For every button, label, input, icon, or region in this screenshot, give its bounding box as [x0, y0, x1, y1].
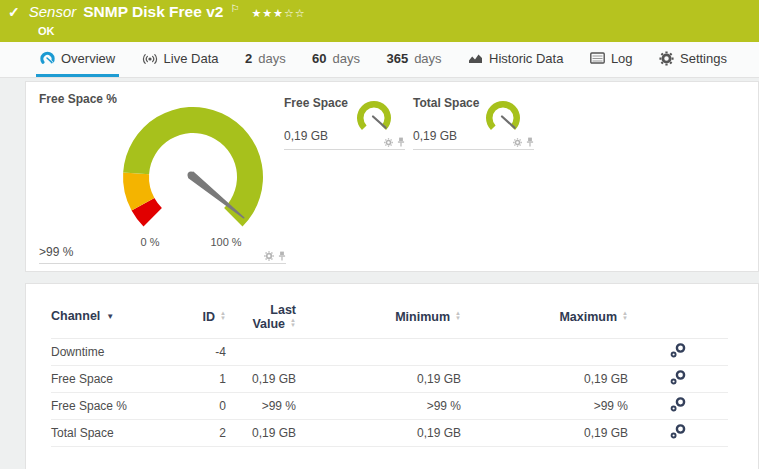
sort-desc-icon: ▼: [106, 312, 114, 321]
gauge-scale-max: 100 %: [201, 236, 251, 248]
tab-overview[interactable]: Overview: [36, 42, 119, 77]
total-space-gauge-tile: Total Space 0,19 GB: [413, 90, 534, 150]
tab-live-data[interactable]: Live Data: [138, 42, 223, 77]
tab-label: Settings: [680, 51, 727, 66]
table-row-total-space: Total Space 2 0,19 GB 0,19 GB 0,19 GB: [51, 419, 728, 446]
log-list-icon: [590, 52, 605, 64]
channel-settings-icon[interactable]: [670, 370, 686, 385]
channel-name: Total Space: [51, 419, 171, 446]
tab-365-days[interactable]: 365 days: [382, 42, 445, 77]
channel-name: Downtime: [51, 338, 171, 365]
gauge-value: >99 %: [39, 245, 73, 259]
channel-last-value: 0,19 GB: [226, 365, 296, 392]
channels-table-panel: Channel▼ ID▲▼ Last Value▲▼ Minimum▲▼ Max…: [25, 283, 759, 469]
tile-gear-icon[interactable]: [384, 138, 393, 147]
sort-arrows-icon: ▲▼: [220, 311, 226, 321]
free-space-gauge: [352, 99, 396, 139]
gauge-icon: [40, 51, 55, 65]
channel-minimum: 0,19 GB: [296, 419, 461, 446]
priority-flag-icon[interactable]: ⚐: [230, 3, 239, 14]
table-row-free-space: Free Space 1 0,19 GB 0,19 GB 0,19 GB: [51, 365, 728, 392]
overview-gauges-panel: Free Space % 0 % 100 % >99 %: [25, 81, 759, 272]
channel-minimum: [296, 338, 461, 365]
tab-label: Overview: [61, 51, 115, 66]
area-chart-icon: [468, 52, 483, 64]
channel-last-value: [226, 338, 296, 365]
total-space-gauge: [481, 99, 525, 139]
column-header-last-value[interactable]: Last Value▲▼: [226, 294, 296, 338]
tab-bar: Overview Live Data 2 days 60 days 365 da…: [0, 42, 759, 78]
channel-settings-icon[interactable]: [670, 397, 686, 412]
gauge-value: 0,19 GB: [284, 129, 328, 143]
tab-historic-data[interactable]: Historic Data: [464, 42, 567, 77]
channel-settings-icon[interactable]: [670, 343, 686, 358]
tile-gear-icon[interactable]: [513, 138, 522, 147]
gauge-scale-min: 0 %: [130, 236, 170, 248]
column-header-maximum[interactable]: Maximum▲▼: [461, 294, 628, 338]
gear-icon: [659, 51, 674, 66]
gauge-title: Free Space: [284, 96, 348, 110]
channel-maximum: [461, 338, 628, 365]
prtg-sensor-page: ✓ Sensor SNMP Disk Free v2 ⚐ ★★★☆☆ OK Ov…: [0, 0, 759, 469]
channel-maximum: 0,19 GB: [461, 365, 628, 392]
free-space-gauge-tile: Free Space 0,19 GB: [284, 90, 405, 150]
column-header-channel[interactable]: Channel▼: [51, 294, 171, 338]
channel-name: Free Space: [51, 365, 171, 392]
channel-id: 0: [171, 392, 226, 419]
channel-last-value: 0,19 GB: [226, 419, 296, 446]
gauge-value: 0,19 GB: [413, 129, 457, 143]
column-header-minimum[interactable]: Minimum▲▼: [296, 294, 461, 338]
channel-maximum: >99 %: [461, 392, 628, 419]
column-header-id[interactable]: ID▲▼: [171, 294, 226, 338]
channel-id: 2: [171, 419, 226, 446]
object-kind-label: Sensor: [29, 3, 77, 20]
tab-2-days[interactable]: 2 days: [241, 42, 290, 77]
channel-settings-icon[interactable]: [670, 424, 686, 439]
channel-id: -4: [171, 338, 226, 365]
status-check-icon: ✓: [8, 4, 20, 20]
table-header-row: Channel▼ ID▲▼ Last Value▲▼ Minimum▲▼ Max…: [51, 294, 728, 338]
channel-id: 1: [171, 365, 226, 392]
tab-log[interactable]: Log: [586, 42, 637, 77]
tile-gear-icon[interactable]: [264, 251, 274, 261]
table-row-downtime: Downtime -4: [51, 338, 728, 365]
tab-label: Historic Data: [489, 51, 563, 66]
channel-minimum: >99 %: [296, 392, 461, 419]
channel-minimum: 0,19 GB: [296, 365, 461, 392]
sort-arrows-icon: ▲▼: [290, 318, 296, 328]
tab-settings[interactable]: Settings: [655, 42, 731, 77]
channels-table: Channel▼ ID▲▼ Last Value▲▼ Minimum▲▼ Max…: [51, 294, 728, 447]
sensor-status-header: ✓ Sensor SNMP Disk Free v2 ⚐ ★★★☆☆ OK: [0, 0, 759, 42]
channel-name: Free Space %: [51, 392, 171, 419]
tab-label: Log: [611, 51, 633, 66]
priority-stars[interactable]: ★★★☆☆: [251, 7, 305, 20]
tab-label: Live Data: [164, 51, 219, 66]
channel-last-value: >99 %: [226, 392, 296, 419]
tile-pin-icon[interactable]: [526, 137, 534, 147]
status-badge: OK: [38, 25, 55, 37]
sort-arrows-icon: ▲▼: [455, 311, 461, 321]
channel-maximum: 0,19 GB: [461, 419, 628, 446]
free-space-percent-gauge-tile: Free Space % 0 % 100 % >99 %: [39, 86, 286, 264]
table-row-free-space-percent: Free Space % 0 >99 % >99 % >99 %: [51, 392, 728, 419]
gauge-title: Total Space: [413, 96, 479, 110]
tile-pin-icon[interactable]: [397, 137, 405, 147]
tab-60-days[interactable]: 60 days: [308, 42, 364, 77]
live-signal-icon: [142, 52, 158, 65]
tile-pin-icon[interactable]: [278, 251, 286, 261]
sensor-title: SNMP Disk Free v2: [83, 3, 223, 21]
sort-arrows-icon: ▲▼: [622, 311, 628, 321]
